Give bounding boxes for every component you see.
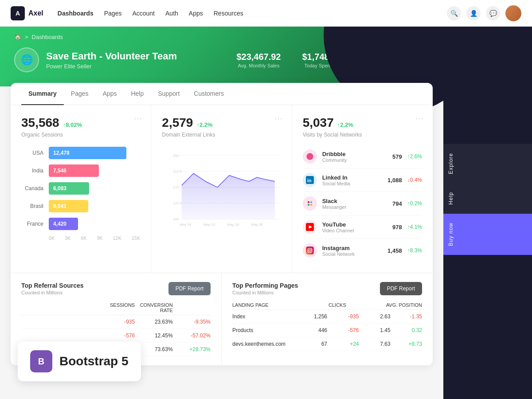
bar-row-brasil: Brasil 6,041 (21, 200, 140, 212)
social-label: Visits by Social Networks (303, 132, 422, 138)
svg-point-20 (307, 204, 309, 206)
svg-point-21 (310, 204, 312, 206)
nav-dashboards[interactable]: Dashboards (58, 8, 94, 19)
hero-info: Save Earth - Volunteer Team Power Elite … (46, 51, 177, 70)
sessions-change: ↑8.02% (63, 121, 82, 128)
help-btn[interactable]: Help (443, 183, 532, 214)
instagram-icon (303, 243, 317, 258)
tab-summary[interactable]: Summary (21, 83, 64, 105)
nav-apps[interactable]: Apps (189, 8, 203, 19)
social-networks-panel: ··· 5,037 ↑2.2% Visits by Social Network… (292, 105, 433, 273)
links-change: ↑2.2% (196, 121, 212, 128)
top-navigation: A Axel Dashboards Pages Account Auth App… (0, 0, 532, 27)
bar-chart: USA 12,478 India 7,546 (21, 147, 140, 241)
svg-point-18 (307, 201, 309, 203)
nav-links: Dashboards Pages Account Auth Apps Resou… (58, 8, 447, 19)
more-options-btn-1[interactable]: ··· (134, 114, 142, 123)
table-row: -576 12.45% -57.02% (21, 329, 211, 343)
nav-resources[interactable]: Resources (214, 8, 243, 19)
right-panel: Explore Help Buy now (443, 0, 532, 399)
svg-point-27 (311, 249, 312, 250)
pages-title: Top Performing Pages (232, 282, 298, 289)
svg-rect-24 (306, 246, 314, 254)
more-options-btn-3[interactable]: ··· (416, 114, 424, 123)
nav-auth[interactable]: Auth (165, 8, 178, 19)
sessions-metric: 35,568 (21, 116, 59, 130)
pdf-report-btn-right[interactable]: PDF Report (380, 282, 422, 295)
bar-row-india: India 7,546 (21, 164, 140, 177)
svg-text:May 18: May 18 (227, 223, 239, 227)
bar-usa: 12,478 (49, 147, 126, 159)
table-row: -935 23.63% -9.35% (21, 315, 211, 329)
svg-point-19 (310, 201, 312, 203)
top-pages-panel: Top Performing Pages Counted in Millions… (222, 273, 433, 365)
social-change: ↑2.2% (337, 121, 353, 128)
slack-icon (303, 196, 317, 211)
bar-row-canada: Canada 6,083 (21, 182, 140, 195)
bar-canada: 6,083 (49, 182, 89, 195)
tab-support[interactable]: Support (151, 83, 187, 105)
line-chart: 250 212.5 175 137.5 100 (162, 145, 281, 235)
svg-text:in: in (307, 178, 311, 183)
bar-brasil: 6,041 (49, 200, 88, 212)
social-item-dribbble: Dribbble Community 579 ↑2.6% (303, 145, 422, 168)
metric-row-2: 2,579 ↑2.2% (162, 116, 281, 130)
buy-now-btn[interactable]: Buy now (443, 214, 532, 255)
linkedin-icon: in (303, 173, 317, 187)
tab-pages[interactable]: Pages (64, 83, 96, 105)
dashboard-grid: ··· 35,568 ↑8.02% Organic Sessions USA 1… (11, 105, 433, 273)
referral-sub: Counted in Millions (21, 290, 84, 295)
svg-rect-17 (306, 200, 314, 207)
tab-help[interactable]: Help (124, 83, 151, 105)
table-header-left: SESSIONS CONVERSION RATE (21, 301, 211, 315)
bootstrap-icon: B (30, 350, 52, 372)
youtube-icon (303, 220, 317, 234)
search-icon[interactable]: 🔍 (447, 6, 461, 20)
hero-banner: 🏠 > Dashboards 🌐 Save Earth - Volunteer … (0, 27, 443, 86)
logo-area[interactable]: A Axel (11, 6, 43, 20)
content-card: Summary Pages Apps Help Support Customer… (11, 83, 433, 365)
messages-icon[interactable]: 💬 (486, 6, 500, 20)
breadcrumb-sep: > (25, 34, 28, 40)
svg-text:100: 100 (173, 217, 179, 221)
breadcrumb-current: Dashboards (32, 34, 63, 40)
pdf-report-btn-left[interactable]: PDF Report (168, 282, 211, 295)
svg-text:May 26: May 26 (251, 223, 263, 227)
external-links-panel: ··· 2,579 ↑2.2% Domain External Links 25… (151, 105, 292, 273)
bar-row-usa: USA 12,478 (21, 147, 140, 159)
referral-title: Top Referral Sources (21, 282, 84, 289)
hero-left: 🌐 Save Earth - Volunteer Team Power Elit… (14, 47, 177, 72)
notifications-icon[interactable]: 👤 (466, 6, 481, 20)
tab-customers[interactable]: Customers (187, 83, 231, 105)
bar-india: 7,546 (49, 164, 99, 177)
links-label: Domain External Links (162, 132, 281, 138)
hero-subtitle: Power Elite Seller (46, 63, 177, 70)
social-item-slack: Slack Messanger 794 ↑0.2% (303, 192, 422, 215)
social-item-linkedin: in Linked In Social Media 1,088 ↓0.4% (303, 168, 422, 192)
home-icon[interactable]: 🏠 (14, 34, 21, 40)
bootstrap-watermark: B Bootstrap 5 (18, 341, 141, 381)
explore-btn[interactable]: Explore (443, 144, 532, 183)
logo-icon: A (11, 6, 25, 20)
nav-account[interactable]: Account (132, 8, 155, 19)
social-list: Dribbble Community 579 ↑2.6% in Linked I… (303, 145, 422, 262)
links-metric: 2,579 (162, 116, 193, 130)
metric-row-3: 5,037 ↑2.2% (303, 116, 422, 130)
more-options-btn-2[interactable]: ··· (275, 114, 283, 123)
table-row: Index 1,256 -935 2.63 -1.35 (232, 310, 422, 324)
hero-logo-icon: 🌐 (14, 47, 39, 72)
bar-france: 4,420 (49, 218, 78, 230)
stat-monthly-sales: $23,467.92 Avg. Monthly Sales (236, 52, 281, 68)
sessions-label: Organic Sessions (21, 132, 140, 138)
social-item-instagram: Instagram Social Network 1,458 ↑8.3% (303, 239, 422, 262)
pages-sub: Counted in Millions (232, 290, 298, 295)
metric-row-1: 35,568 ↑8.02% (21, 116, 140, 130)
tab-apps[interactable]: Apps (96, 83, 124, 105)
dribbble-icon (303, 149, 317, 164)
nav-pages[interactable]: Pages (104, 8, 122, 19)
tab-bar: Summary Pages Apps Help Support Customer… (11, 83, 433, 105)
svg-text:175: 175 (173, 185, 179, 189)
bootstrap-label: Bootstrap 5 (59, 354, 129, 368)
avatar[interactable] (505, 5, 521, 21)
svg-text:May 10: May 10 (203, 223, 215, 227)
